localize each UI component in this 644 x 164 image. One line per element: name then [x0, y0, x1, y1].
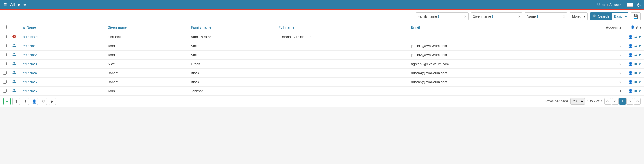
rows-per-page-select[interactable]: 20 10 50 100 — [570, 98, 585, 105]
name-close-icon[interactable]: × — [563, 14, 565, 18]
row-actions-cell: 👤 ⇄ ▾ — [624, 41, 644, 51]
search-icon: 🔍 — [593, 14, 597, 18]
breadcrumb-sep: › — [607, 3, 608, 7]
col-full-name[interactable]: Full name — [276, 23, 408, 32]
export-button[interactable]: ⬇ — [22, 98, 29, 105]
name-input[interactable] — [539, 14, 562, 18]
row-email-cell — [408, 87, 554, 96]
search-group: 🔍 Search Basic — [590, 12, 628, 20]
row-add-account-icon[interactable]: 👤 — [628, 44, 633, 48]
footer-bar: + ⬆ ⬇ 👤 ↺ ▶ Rows per page 20 10 50 100 1… — [0, 96, 644, 107]
search-button[interactable]: 🔍 Search — [590, 12, 612, 20]
user-name-link[interactable]: empNo:5 — [23, 80, 37, 84]
row-assign-icon[interactable]: ⇄ — [634, 89, 637, 93]
user-name-link[interactable]: administrator — [23, 35, 42, 39]
save-search-button[interactable]: 💾 — [631, 12, 641, 20]
rows-per-page-label: Rows per page — [545, 99, 568, 103]
row-assign-icon[interactable]: ⇄ — [634, 71, 637, 75]
play-button[interactable]: ▶ — [49, 98, 56, 105]
name-info-icon[interactable]: ℹ — [537, 15, 538, 18]
select-all-checkbox[interactable] — [3, 25, 7, 29]
row-more-icon[interactable]: ▾ — [639, 35, 641, 39]
flag-icon[interactable] — [627, 3, 633, 7]
assign-header-icon[interactable]: ⇄ — [636, 25, 639, 29]
row-given-name-cell: Alice — [105, 60, 188, 69]
col-email[interactable]: Email — [408, 23, 554, 32]
table-row: administratormidPointAdministratormidPoi… — [0, 32, 644, 41]
row-add-account-icon[interactable]: 👤 — [628, 71, 633, 75]
users-table: ∧ Name Given name Family name Full name … — [0, 23, 644, 96]
row-add-account-icon[interactable]: 👤 — [628, 89, 633, 93]
given-name-input[interactable] — [494, 14, 517, 18]
row-add-account-icon[interactable]: 👤 — [628, 35, 633, 39]
row-accounts-cell: 1 — [553, 87, 624, 96]
add-user-button[interactable]: + — [3, 98, 11, 105]
row-assign-icon[interactable]: ⇄ — [634, 80, 637, 84]
save-icon: 💾 — [633, 14, 638, 19]
row-family-name-cell: Black — [188, 78, 276, 87]
last-page-button[interactable]: >> — [634, 98, 641, 105]
add-user-header-icon[interactable]: 👤 — [630, 25, 635, 29]
row-add-account-icon[interactable]: 👤 — [628, 80, 633, 84]
row-checkbox[interactable] — [3, 80, 7, 84]
row-checkbox[interactable] — [3, 71, 7, 75]
next-page-button[interactable]: > — [626, 98, 633, 105]
row-actions-cell: 👤 ⇄ ▾ — [624, 60, 644, 69]
user-name-link[interactable]: empNo:4 — [23, 71, 37, 75]
row-more-icon[interactable]: ▾ — [639, 44, 641, 48]
row-assign-icon[interactable]: ⇄ — [634, 53, 637, 57]
given-name-close-icon[interactable]: × — [518, 14, 520, 18]
filter-bar: Family name ℹ × Given name ℹ × Name ℹ × … — [0, 10, 644, 23]
row-checkbox[interactable] — [3, 53, 7, 56]
row-accounts-cell: 2 — [553, 60, 624, 69]
row-more-icon[interactable]: ▾ — [639, 62, 641, 66]
col-accounts[interactable]: Accounts — [553, 23, 624, 32]
search-label: Search — [598, 14, 609, 18]
page-1-button[interactable]: 1 — [619, 98, 626, 105]
row-assign-icon[interactable]: ⇄ — [634, 44, 637, 48]
row-checkbox-cell — [0, 51, 9, 60]
select-all-header[interactable] — [0, 23, 9, 32]
row-checkbox[interactable] — [3, 62, 7, 65]
prev-page-button[interactable]: < — [612, 98, 619, 105]
col-given-name[interactable]: Given name — [105, 23, 188, 32]
given-name-info-icon[interactable]: ℹ — [492, 15, 493, 18]
users-table-container: ∧ Name Given name Family name Full name … — [0, 23, 644, 96]
row-actions-cell: 👤 ⇄ ▾ — [624, 87, 644, 96]
search-type-select[interactable]: Basic — [612, 12, 628, 20]
more-header-icon[interactable]: ▾ — [639, 25, 641, 29]
col-given-name-label: Given name — [108, 25, 127, 29]
family-name-input[interactable] — [440, 14, 463, 18]
col-family-name[interactable]: Family name — [188, 23, 276, 32]
row-add-account-icon[interactable]: 👤 — [628, 62, 633, 66]
refresh-button[interactable]: ↺ — [40, 98, 47, 105]
row-checkbox[interactable] — [3, 35, 7, 38]
user-name-link[interactable]: empNo:2 — [23, 53, 37, 57]
user-name-link[interactable]: empNo:3 — [23, 62, 37, 66]
more-button[interactable]: More... ▾ — [570, 12, 588, 20]
user-name-link[interactable]: empNo:6 — [23, 89, 37, 93]
import-button[interactable]: ⬆ — [12, 98, 20, 105]
row-more-icon[interactable]: ▾ — [639, 80, 641, 84]
row-checkbox[interactable] — [3, 44, 7, 47]
page-navigation: << < 1 > >> — [604, 98, 641, 105]
row-more-icon[interactable]: ▾ — [639, 53, 641, 57]
row-checkbox[interactable] — [3, 89, 7, 93]
row-name-cell: empNo:6 — [20, 87, 105, 96]
power-icon[interactable]: ⏻ — [637, 3, 641, 7]
manage-button[interactable]: 👤 — [31, 98, 38, 105]
family-name-close-icon[interactable]: × — [464, 14, 466, 18]
row-more-icon[interactable]: ▾ — [639, 71, 641, 75]
menu-icon[interactable]: ☰ — [3, 3, 7, 7]
first-page-button[interactable]: << — [604, 98, 611, 105]
row-assign-icon[interactable]: ⇄ — [634, 62, 637, 66]
col-name[interactable]: ∧ Name — [20, 23, 105, 32]
row-more-icon[interactable]: ▾ — [639, 89, 641, 93]
row-assign-icon[interactable]: ⇄ — [634, 35, 637, 39]
row-add-account-icon[interactable]: 👤 — [628, 53, 633, 57]
user-icon — [12, 71, 16, 75]
user-name-link[interactable]: empNo:1 — [23, 44, 37, 48]
breadcrumb-parent[interactable]: Users — [597, 3, 606, 7]
family-name-info-icon[interactable]: ℹ — [438, 15, 439, 18]
table-body: administratormidPointAdministratormidPoi… — [0, 32, 644, 96]
